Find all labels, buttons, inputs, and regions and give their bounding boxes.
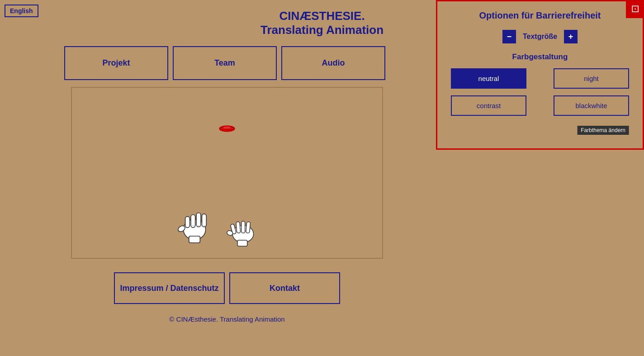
nav-audio-btn[interactable]: Audio [281,46,385,80]
nav-team-btn[interactable]: Team [173,46,277,80]
svg-rect-16 [237,240,247,246]
site-title: CINÆSTHESIE. Translating Animation [260,9,384,37]
impressum-btn[interactable]: Impressum / Datenschutz [114,272,225,304]
color-night-btn[interactable]: night [554,68,629,89]
color-blackwhite-btn[interactable]: blackwhite [554,95,629,116]
site-title-line2: Translating Animation [260,23,384,37]
color-design-title: Farbgestaltung [451,52,629,62]
svg-rect-5 [202,214,206,227]
accessibility-title: Optionen für Barrierefreiheit [451,10,629,21]
language-button[interactable]: English [5,5,38,17]
svg-point-0 [219,125,235,132]
site-title-line1: CINÆSTHESIE. [260,9,384,23]
accessibility-panel: Optionen für Barrierefreiheit − Textgröß… [436,0,644,150]
svg-rect-8 [189,236,200,243]
footer-nav: Impressum / Datenschutz Kontakt [114,272,340,304]
color-grid: neutral night contrast blackwhite [451,68,629,116]
animation-area [71,87,383,259]
lips-illustration [218,124,236,135]
text-size-label: Textgröße [523,33,557,41]
svg-rect-4 [196,213,201,227]
hand-illustrations [170,204,265,249]
decrease-text-btn[interactable]: − [502,30,516,43]
accessibility-button[interactable]: ⚀ [626,0,644,18]
svg-point-1 [223,127,231,129]
color-tooltip: Farbthema ändern [577,126,629,135]
svg-rect-12 [236,222,241,233]
text-size-row: − Textgröße + [451,30,629,43]
svg-rect-6 [185,217,190,228]
svg-rect-14 [246,222,251,233]
svg-rect-13 [242,221,245,233]
copyright-footer: © CINÆsthesie. Translating Animation [169,315,284,323]
nav-projekt-btn[interactable]: Projekt [64,46,168,80]
right-hand-icon [224,213,265,249]
left-hand-icon [170,204,215,244]
increase-text-btn[interactable]: + [564,30,578,43]
color-contrast-btn[interactable]: contrast [451,95,526,116]
color-neutral-btn[interactable]: neutral [451,68,526,89]
nav-buttons: Projekt Team Audio [64,46,390,80]
kontakt-btn[interactable]: Kontakt [229,272,340,304]
copyright-text: © CINÆsthesie. Translating Animation [169,315,284,323]
